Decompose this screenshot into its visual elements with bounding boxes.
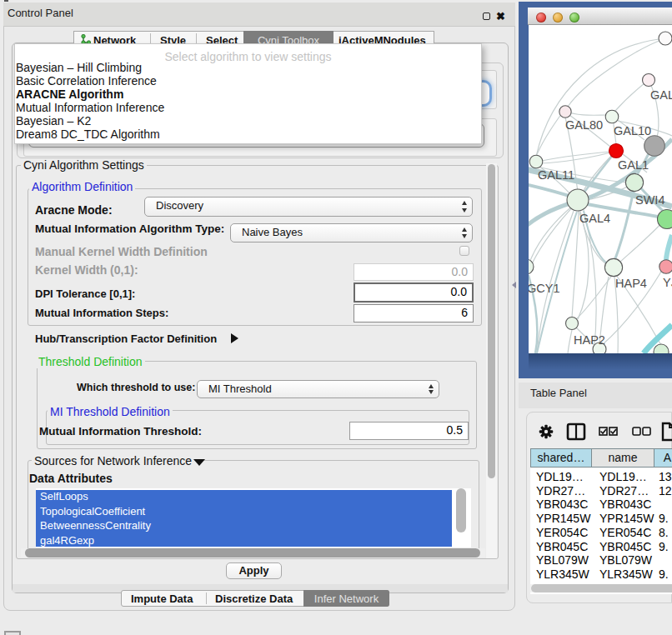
svg-text:GAL1: GAL1 xyxy=(618,158,649,172)
svg-text:SWI4: SWI4 xyxy=(635,193,664,207)
svg-text:YJ: YJ xyxy=(663,276,672,289)
svg-text:GAL10: GAL10 xyxy=(614,124,651,138)
svg-text:GAL11: GAL11 xyxy=(538,168,574,182)
svg-text:HAP4: HAP4 xyxy=(615,277,647,290)
svg-text:HAP2: HAP2 xyxy=(574,333,605,347)
svg-text:GAL7: GAL7 xyxy=(650,88,672,102)
svg-text:GAL4: GAL4 xyxy=(579,212,610,225)
svg-text:GAL80: GAL80 xyxy=(565,118,603,132)
svg-text:GCY1: GCY1 xyxy=(529,282,560,295)
